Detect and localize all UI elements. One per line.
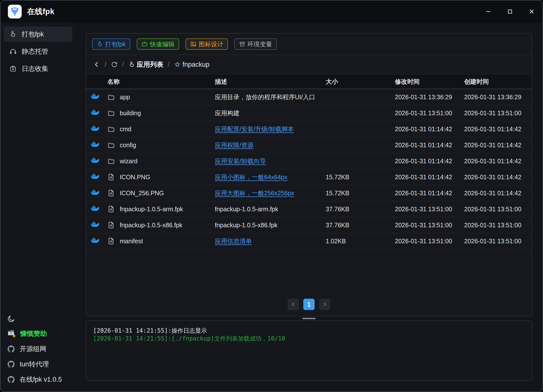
prev-page-button[interactable] xyxy=(288,299,299,310)
table-row[interactable]: fnpackup-1.0.5-x86.fpk fnpackup-1.0.5-x8… xyxy=(86,217,532,233)
hand-pointer-icon xyxy=(9,31,17,38)
folder-icon xyxy=(107,157,115,165)
next-page-button[interactable] xyxy=(319,299,330,310)
file-name: manifest xyxy=(120,238,143,245)
file-size: 37.76KB xyxy=(326,206,395,213)
icon-design-button[interactable]: 图标设计 xyxy=(186,38,228,50)
sidebar-footer: 慷慨赞助 开源组网 tun转代理 xyxy=(0,312,76,392)
table-row[interactable]: ICON.PNG 应用小图标，一般64x64px 15.72KB 2026-01… xyxy=(86,169,532,185)
modified-time: 2026-01-31 13:36:29 xyxy=(395,94,464,101)
table-row[interactable]: app 应用目录，放你的程序和程序UI/入口 2026-01-31 13:36:… xyxy=(86,89,532,105)
button-label: 图标设计 xyxy=(199,40,223,48)
maximize-icon xyxy=(507,8,513,15)
table-row[interactable]: building 应用构建 2026-01-31 13:51:00 2026-0… xyxy=(86,105,532,121)
breadcrumb: / / 应用列表 / xyxy=(86,55,532,74)
quick-edit-button[interactable]: 快速编辑 xyxy=(137,38,179,50)
github-link-network[interactable]: 开源组网 xyxy=(4,341,72,357)
table-row[interactable]: manifest 应用信息清单 1.02KB 2026-01-31 13:51:… xyxy=(86,233,532,249)
created-time: 2026-01-31 01:14:42 xyxy=(464,126,532,133)
title-bar: 在线fpk xyxy=(0,0,543,23)
file-name: cmd xyxy=(120,126,131,133)
env-vars-button[interactable]: 环境变量 xyxy=(234,38,277,50)
file-description[interactable]: 应用大图标，一般256x256px xyxy=(215,190,294,196)
close-button[interactable] xyxy=(521,0,543,23)
created-time: 2026-01-31 13:51:00 xyxy=(464,222,532,229)
breadcrumb-separator: / xyxy=(168,61,170,68)
file-description[interactable]: 应用信息清单 xyxy=(215,238,252,245)
file-name: fnpackup-1.0.5-x86.fpk xyxy=(120,222,182,229)
archive-icon xyxy=(239,41,245,47)
page-number-button[interactable]: 1 xyxy=(303,299,315,310)
table-row[interactable]: ICON_256.PNG 应用大图标，一般256x256px 15.72KB 2… xyxy=(86,185,532,201)
github-icon xyxy=(7,360,15,368)
docker-whale-icon xyxy=(91,237,100,245)
breadcrumb-current-label: fnpackup xyxy=(183,61,210,68)
created-time: 2026-01-31 13:51:00 xyxy=(464,206,532,213)
column-header-modified: 修改时间 xyxy=(395,78,464,86)
button-label: 环境变量 xyxy=(247,40,272,48)
breadcrumb-app-list-label: 应用列表 xyxy=(137,60,163,69)
file-name: wizard xyxy=(120,158,137,165)
file-description[interactable]: 应用权限/资源 xyxy=(215,142,254,148)
resize-handle[interactable] xyxy=(302,318,316,319)
package-fpk-button[interactable]: 打包fpk xyxy=(92,38,130,50)
github-link-version[interactable]: 在线fpk v1.0.5 xyxy=(4,372,72,387)
file-name: fnpackup-1.0.5-arm.fpk xyxy=(120,206,183,213)
chevron-right-icon xyxy=(322,302,327,307)
modified-time: 2026-01-31 01:14:42 xyxy=(395,126,464,133)
main-area: 打包fpk 快速编辑 xyxy=(76,23,543,392)
docker-whale-icon xyxy=(91,125,100,133)
breadcrumb-app-list[interactable]: 应用列表 xyxy=(128,60,163,69)
back-icon[interactable] xyxy=(93,61,100,68)
sidebar-item-label: 日志收集 xyxy=(22,64,48,73)
modified-time: 2026-01-31 13:51:00 xyxy=(395,238,464,245)
headphones-icon xyxy=(9,48,17,55)
app-window: 在线fpk 打包fpk xyxy=(0,0,543,392)
table-row[interactable]: cmd 应用配置/安装/升级/卸载脚本 2026-01-31 01:14:42 … xyxy=(86,121,532,137)
file-description: 应用构建 xyxy=(215,110,239,116)
button-label: 打包fpk xyxy=(105,40,126,48)
app-title: 在线fpk xyxy=(27,6,54,17)
docker-whale-icon xyxy=(91,157,100,165)
sidebar-item-package-fpk[interactable]: 打包fpk xyxy=(4,27,72,42)
modified-time: 2026-01-31 01:14:42 xyxy=(395,190,464,197)
log-panel: [2026-01-31 14:21:55]:操作日志显示 [2026-01-31… xyxy=(86,320,532,381)
file-description: fnpackup-1.0.5-arm.fpk xyxy=(215,206,278,212)
maximize-button[interactable] xyxy=(499,0,521,23)
github-link-tun-proxy[interactable]: tun转代理 xyxy=(4,357,72,372)
folder-icon xyxy=(107,93,115,101)
docker-whale-icon xyxy=(91,141,100,149)
theme-toggle-button[interactable] xyxy=(4,312,72,326)
folder-icon xyxy=(107,125,115,133)
file-description[interactable]: 应用安装/卸载向导 xyxy=(215,158,266,164)
refresh-icon[interactable] xyxy=(111,61,118,68)
moon-icon xyxy=(7,315,15,323)
toolbar: 打包fpk 快速编辑 xyxy=(86,33,532,55)
sidebar-item-static-hosting[interactable]: 静态托管 xyxy=(4,44,72,59)
sidebar-item-log-collect[interactable]: 日志收集 xyxy=(4,61,72,76)
close-icon xyxy=(528,8,535,15)
file-description[interactable]: 应用配置/安装/升级/卸载脚本 xyxy=(215,126,294,132)
minimize-button[interactable] xyxy=(477,0,499,23)
folder-icon xyxy=(107,141,115,149)
log-line: [2026-01-31 14:21:55]:操作日志显示 xyxy=(93,327,525,335)
app-logo-icon xyxy=(8,5,22,18)
table-row[interactable]: config 应用权限/资源 2026-01-31 01:14:42 2026-… xyxy=(86,137,532,153)
table-row[interactable]: wizard 应用安装/卸载向导 2026-01-31 01:14:42 202… xyxy=(86,153,532,169)
sidebar-item-label: 打包fpk xyxy=(22,30,44,39)
star-icon xyxy=(174,61,181,68)
table-row[interactable]: fnpackup-1.0.5-arm.fpk fnpackup-1.0.5-ar… xyxy=(86,201,532,217)
github-icon xyxy=(7,375,15,384)
pagination: 1 xyxy=(288,299,330,310)
sponsor-link[interactable]: 慷慨赞助 xyxy=(4,326,72,341)
docker-whale-icon xyxy=(91,205,100,213)
file-name: ICON_256.PNG xyxy=(120,190,164,197)
column-header-desc: 描述 xyxy=(215,78,326,86)
file-description[interactable]: 应用小图标，一般64x64px xyxy=(215,174,288,180)
github-icon xyxy=(7,345,15,353)
file-browser-card: 打包fpk 快速编辑 xyxy=(86,33,532,316)
file-icon xyxy=(107,221,115,229)
briefcase-icon xyxy=(141,41,148,47)
created-time: 2026-01-31 13:51:00 xyxy=(464,238,532,245)
column-header-size: 大小 xyxy=(326,78,395,86)
